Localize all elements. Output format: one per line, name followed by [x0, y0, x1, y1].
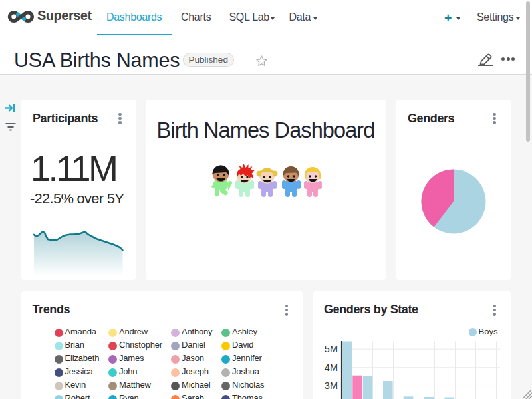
svg-text:3M: 3M — [325, 380, 338, 391]
svg-text:5M: 5M — [325, 344, 338, 354]
svg-text:4M: 4M — [325, 362, 338, 373]
